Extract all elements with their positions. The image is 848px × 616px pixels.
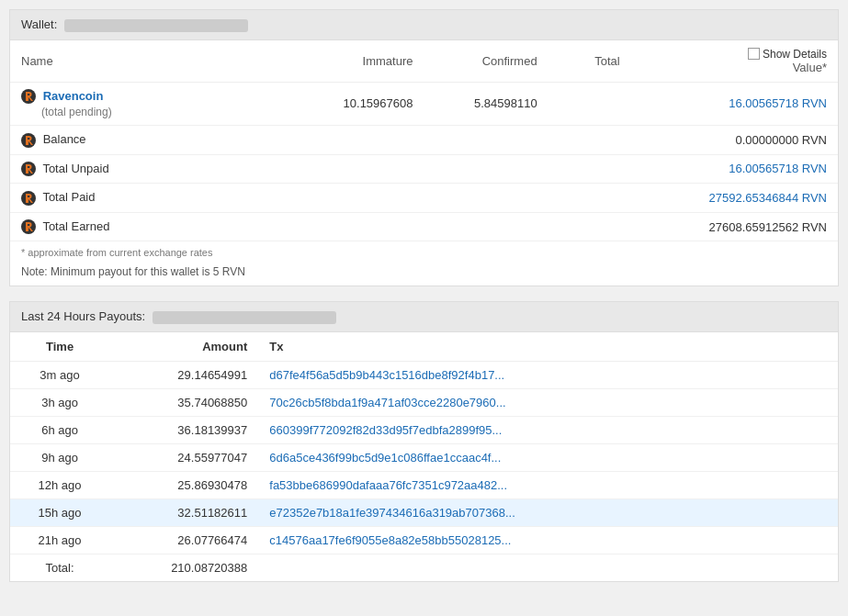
wallet-header-label: Wallet: <box>21 17 57 31</box>
payout-total-label: Total: <box>10 554 109 581</box>
ravencoin-label: Ravencoin <box>43 89 104 103</box>
ravencoin-row: Ravencoin (total pending) 10.15967608 5.… <box>10 82 838 126</box>
payouts-header: Last 24 Hours Payouts: <box>10 302 838 332</box>
total-paid-row: Total Paid 27592.65346844 RVN <box>10 184 838 213</box>
payout-row: 21h ago26.07766474c14576aa17fe6f9055e8a8… <box>10 526 838 554</box>
col-header-name: Name <box>10 40 300 83</box>
ravencoin-immature: 10.15967608 <box>300 82 424 126</box>
balance-value: 0.00000000 RVN <box>631 126 838 155</box>
wallet-header: Wallet: <box>10 10 838 40</box>
total-unpaid-immature <box>300 154 424 184</box>
show-details-checkbox[interactable] <box>748 48 760 60</box>
payout-amount: 26.07766474 <box>109 526 258 554</box>
total-unpaid-total <box>548 154 631 184</box>
payouts-table: Time Amount Tx 3m ago29.14654991d67fe4f5… <box>10 332 838 581</box>
payout-time: 3m ago <box>10 361 109 388</box>
payout-total-row: Total:210.08720388 <box>10 554 838 581</box>
payouts-header-label: Last 24 Hours Payouts: <box>21 309 145 323</box>
payout-total-amount: 210.08720388 <box>109 554 258 581</box>
col-header-immature: Immature <box>300 40 424 83</box>
col-header-tx: Tx <box>258 332 838 362</box>
payout-row: 6h ago36.18139937660399f772092f82d33d95f… <box>10 416 838 443</box>
total-unpaid-value: 16.00565718 RVN <box>631 154 838 184</box>
wallet-table-header-row: Name Immature Confirmed Total Show Detai… <box>10 40 838 83</box>
total-unpaid-confirmed <box>424 154 548 184</box>
total-paid-confirmed <box>424 184 548 213</box>
payout-time: 21h ago <box>10 526 109 554</box>
wallet-section: Wallet: Name Immature Confirmed Total Sh… <box>9 9 839 286</box>
payout-tx[interactable]: 6d6a5ce436f99bc5d9e1c086ffae1ccaac4f... <box>258 443 838 471</box>
total-paid-value: 27592.65346844 RVN <box>631 184 838 213</box>
payout-amount: 24.55977047 <box>109 443 258 471</box>
ravencoin-subtext: (total pending) <box>41 106 288 118</box>
payout-time: 9h ago <box>10 443 109 471</box>
payouts-address <box>153 311 336 324</box>
payout-row: 15h ago32.51182611e72352e7b18a1fe3974346… <box>10 498 838 526</box>
total-paid-total <box>548 184 631 213</box>
payout-row: 12h ago25.86930478fa53bbe686990dafaaa76f… <box>10 471 838 498</box>
payout-amount: 35.74068850 <box>109 388 258 416</box>
balance-row: Balance 0.00000000 RVN <box>10 126 838 155</box>
payout-tx[interactable]: 70c26cb5f8bda1f9a471af03cce2280e7960... <box>258 388 838 416</box>
wallet-table: Name Immature Confirmed Total Show Detai… <box>10 40 838 242</box>
total-earned-total <box>548 212 631 241</box>
ravencoin-name-cell: Ravencoin (total pending) <box>10 82 300 126</box>
total-paid-immature <box>300 184 424 213</box>
payout-time: 6h ago <box>10 416 109 443</box>
payout-tx[interactable]: fa53bbe686990dafaaa76fc7351c972aa482... <box>258 471 838 498</box>
total-unpaid-name-cell: Total Unpaid <box>10 154 300 184</box>
main-container: Wallet: Name Immature Confirmed Total Sh… <box>0 0 848 606</box>
total-paid-label: Total Paid <box>42 190 95 204</box>
show-details-label: Show Details <box>763 48 827 61</box>
ravencoin-total <box>548 82 631 126</box>
payout-amount: 36.18139937 <box>109 416 258 443</box>
balance-name-cell: Balance <box>10 126 300 155</box>
col-header-value: Show Details Value* <box>631 40 838 83</box>
payouts-section: Last 24 Hours Payouts: Time Amount Tx 3m… <box>9 301 839 582</box>
total-paid-name-cell: Total Paid <box>10 184 300 213</box>
payout-tx[interactable]: d67fe4f56a5d5b9b443c1516dbe8f92f4b17... <box>258 361 838 388</box>
total-earned-confirmed <box>424 212 548 241</box>
payout-total-tx <box>258 554 838 581</box>
col-header-time: Time <box>10 332 109 362</box>
col-header-confirmed: Confirmed <box>424 40 548 83</box>
ravencoin-icon <box>21 89 43 103</box>
ravencoin-value: 16.00565718 RVN <box>631 82 838 126</box>
payout-time: 12h ago <box>10 471 109 498</box>
col-header-amount: Amount <box>109 332 258 362</box>
total-unpaid-label: Total Unpaid <box>42 162 108 175</box>
balance-total <box>548 126 631 155</box>
payout-row: 3h ago35.7406885070c26cb5f8bda1f9a471af0… <box>10 388 838 416</box>
payout-amount: 25.86930478 <box>109 471 258 498</box>
balance-label: Balance <box>43 132 86 146</box>
payout-amount: 32.51182611 <box>109 498 258 526</box>
wallet-note: Note: Minimum payout for this wallet is … <box>10 263 838 286</box>
payout-time: 3h ago <box>10 388 109 416</box>
ravencoin-confirmed: 5.84598110 <box>424 82 548 126</box>
payout-tx[interactable]: 660399f772092f82d33d95f7edbfa2899f95... <box>258 416 838 443</box>
wallet-footnote: * approximate from current exchange rate… <box>10 241 838 263</box>
balance-immature <box>300 126 424 155</box>
total-unpaid-row: Total Unpaid 16.00565718 RVN <box>10 154 838 184</box>
payout-tx[interactable]: e72352e7b18a1fe397434616a319ab707368... <box>258 498 838 526</box>
payouts-header-row: Time Amount Tx <box>10 332 838 362</box>
payout-amount: 29.14654991 <box>109 361 258 388</box>
payout-row: 3m ago29.14654991d67fe4f56a5d5b9b443c151… <box>10 361 838 388</box>
total-earned-row: Total Earned 27608.65912562 RVN <box>10 212 838 241</box>
payout-time: 15h ago <box>10 498 109 526</box>
value-col-label: Value* <box>642 61 827 74</box>
payout-tx[interactable]: c14576aa17fe6f9055e8a82e58bb55028125... <box>258 526 838 554</box>
payout-row: 9h ago24.559770476d6a5ce436f99bc5d9e1c08… <box>10 443 838 471</box>
balance-confirmed <box>424 126 548 155</box>
wallet-address <box>64 19 248 32</box>
total-earned-immature <box>300 212 424 241</box>
total-earned-value: 27608.65912562 RVN <box>631 212 838 241</box>
total-earned-label: Total Earned <box>42 219 109 233</box>
col-header-total: Total <box>548 40 631 83</box>
total-earned-name-cell: Total Earned <box>10 212 300 241</box>
